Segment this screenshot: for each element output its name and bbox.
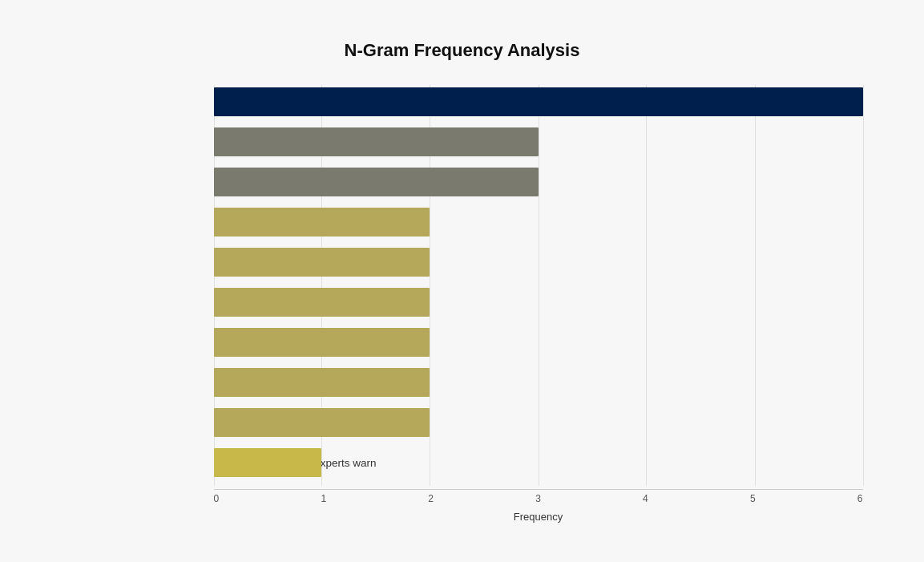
bar-fill: [214, 448, 322, 477]
bar-track: [214, 288, 863, 317]
bar-row: manager api uri: [214, 165, 863, 199]
x-tick: 4: [643, 493, 648, 504]
bar-track: [214, 328, 863, 357]
bar-track: [214, 408, 863, 437]
bar-fill: [214, 87, 863, 116]
bar-fill: [214, 328, 430, 357]
grid-line: [863, 85, 864, 486]
chart-area: big central managercentral manager apima…: [38, 85, 887, 486]
x-tick: 5: [750, 493, 756, 504]
bar-row: statements big central: [214, 406, 863, 439]
bar-row: high severity vulnerabilities: [214, 205, 863, 239]
chart-title: N-Gram Frequency Analysis: [38, 40, 887, 61]
x-axis: 0123456 Frequency: [214, 489, 863, 523]
bar-track: [214, 248, 863, 277]
bar-track: [214, 368, 863, 397]
chart-inner: big central managercentral manager apima…: [214, 85, 863, 486]
bar-track: [214, 168, 863, 196]
bar-fill: [214, 168, 539, 196]
bar-track: [214, 87, 863, 116]
bar-track: [214, 448, 863, 477]
bar-track: [214, 208, 863, 237]
x-axis-label: Frequency: [214, 511, 863, 523]
bar-fill: [214, 248, 430, 277]
x-tick: 6: [857, 493, 863, 504]
x-tick: 0: [214, 493, 220, 504]
bar-row: malicious sql statements: [214, 325, 863, 359]
bar-fill: [214, 127, 539, 156]
bar-track: [214, 127, 863, 156]
bar-row: big central manager: [214, 85, 863, 119]
x-tick: 1: [321, 493, 326, 504]
bar-fill: [214, 408, 430, 437]
x-ticks: 0123456: [214, 490, 863, 504]
chart-container: N-Gram Frequency Analysis big central ma…: [22, 16, 903, 562]
x-tick: 3: [535, 493, 541, 504]
bar-row: network infrastructure big: [214, 245, 863, 279]
bar-row: hash experts warn: [214, 446, 863, 479]
bar-fill: [214, 368, 430, 397]
bar-row: sql statements big: [214, 366, 863, 399]
bar-fill: [214, 288, 430, 317]
x-tick: 2: [428, 493, 434, 504]
bar-row: execute malicious sql: [214, 285, 863, 319]
bars-container: big central managercentral manager apima…: [214, 85, 863, 479]
bar-row: central manager api: [214, 125, 863, 159]
bar-fill: [214, 208, 430, 237]
